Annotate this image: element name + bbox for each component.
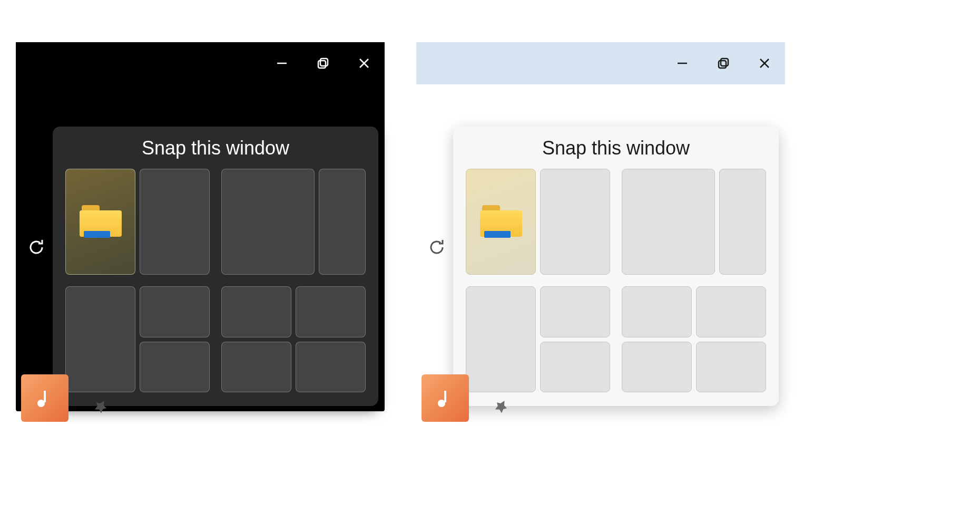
snap-zone-narrow[interactable] [719,169,766,275]
refresh-icon [26,237,46,259]
close-icon [357,56,371,70]
minimize-button[interactable] [261,42,302,84]
snap-zone-top-right[interactable] [140,286,210,337]
snap-zone-bottom-right[interactable] [140,342,210,393]
minimize-icon [675,56,689,70]
snap-zone-q1[interactable] [622,286,692,337]
snap-layout-one-plus-two[interactable] [466,286,610,392]
snap-flyout-title: Snap this window [65,137,366,159]
snap-layout-two-halves[interactable] [466,169,610,275]
snap-zone-q1[interactable] [221,286,291,337]
close-button[interactable] [344,42,385,84]
snap-zone-top-right[interactable] [540,286,610,337]
snap-zone-q4[interactable] [696,342,766,393]
file-explorer-icon [80,205,122,239]
maximize-button[interactable] [703,42,744,84]
snap-zone-q4[interactable] [296,342,366,393]
snap-zone-left-half-selected[interactable] [65,169,135,275]
file-explorer-icon [480,205,522,239]
title-bar [16,42,385,84]
music-note-icon [435,388,456,409]
svg-rect-6 [44,391,46,402]
snap-zone-narrow[interactable] [319,169,366,275]
snap-layout-quad[interactable] [221,286,366,392]
snap-layout-flyout: Snap this window [53,127,378,406]
music-note-icon [34,388,55,409]
svg-rect-8 [721,59,728,66]
snap-layout-wide-narrow[interactable] [221,169,366,275]
snap-zone-left-full[interactable] [65,286,135,392]
svg-rect-9 [719,61,726,68]
snap-layout-flyout: Snap this window [453,127,779,406]
snap-zone-q2[interactable] [696,286,766,337]
close-icon [758,56,771,70]
svg-rect-13 [444,391,446,402]
snap-layout-grid [65,169,366,392]
snap-layout-quad[interactable] [622,286,766,392]
snap-zone-wide[interactable] [221,169,315,275]
refresh-icon [427,237,447,259]
snap-zone-bottom-right[interactable] [540,342,610,393]
title-bar [416,42,785,84]
maximize-restore-icon [717,56,730,70]
snap-layout-one-plus-two[interactable] [65,286,210,392]
maximize-restore-icon [316,56,330,70]
snap-zone-right-half[interactable] [540,169,610,275]
window-light-theme: Snap this window [416,42,785,411]
maximize-button[interactable] [302,42,344,84]
snap-zone-q2[interactable] [296,286,366,337]
svg-point-5 [37,400,45,407]
snap-zone-right-half[interactable] [140,169,210,275]
svg-rect-1 [320,59,328,66]
snap-zone-wide[interactable] [622,169,715,275]
svg-rect-2 [318,61,326,68]
snap-zone-left-full[interactable] [466,286,536,392]
snap-layout-wide-narrow[interactable] [622,169,766,275]
snap-zone-q3[interactable] [221,342,291,393]
minimize-button[interactable] [662,42,703,84]
music-folder-tile[interactable] [21,374,68,422]
snap-zone-q3[interactable] [622,342,692,393]
svg-point-12 [438,400,445,407]
snap-layout-two-halves[interactable] [65,169,210,275]
snap-flyout-title: Snap this window [466,137,766,159]
window-dark-theme: Snap this window [16,42,385,411]
close-button[interactable] [744,42,785,84]
minimize-icon [275,56,289,70]
snap-zone-left-half-selected[interactable] [466,169,536,275]
snap-layout-grid [466,169,766,392]
music-folder-tile[interactable] [422,374,469,422]
